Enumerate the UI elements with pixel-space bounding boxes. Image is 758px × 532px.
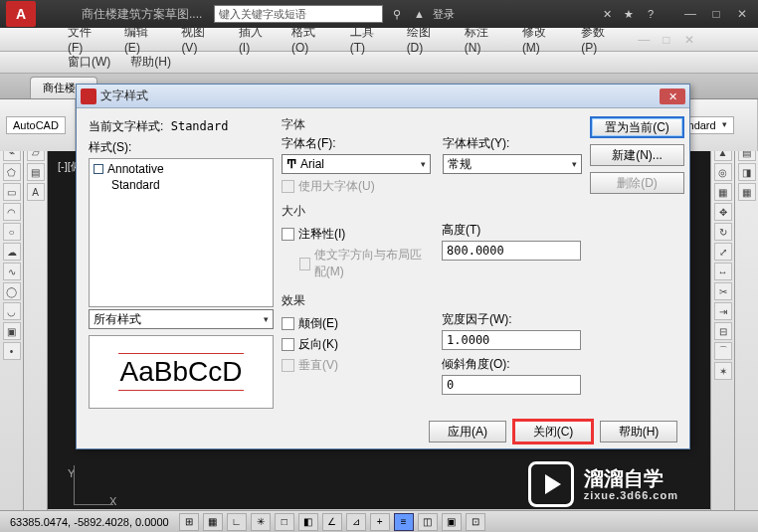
statusbar: 63385.0474, -5892.4028, 0.0000 ⊞ ▦ ∟ ✳ □…	[0, 510, 758, 532]
polygon-icon[interactable]: ⬠	[3, 163, 21, 181]
rectangle-icon[interactable]: ▭	[3, 183, 21, 201]
offset-icon[interactable]: ◎	[714, 163, 732, 181]
styles-listbox[interactable]: Annotative Standard	[89, 158, 274, 307]
doc-maximize-button[interactable]: □	[658, 32, 676, 48]
watermark: 溜溜自学 zixue.3d66.com	[528, 461, 678, 507]
block-icon[interactable]: ▣	[3, 322, 21, 340]
width-factor-input[interactable]: 1.0000	[442, 330, 581, 350]
help-button[interactable]: 帮助(H)	[600, 421, 677, 443]
point-icon[interactable]: •	[3, 342, 21, 360]
maximize-button[interactable]: □	[706, 6, 726, 22]
trim-icon[interactable]: ✂	[714, 282, 732, 300]
rotate-icon[interactable]: ↻	[714, 223, 732, 241]
annotative-checkbox[interactable]	[282, 228, 294, 241]
star-icon[interactable]: ★	[621, 6, 637, 22]
circle-icon[interactable]: ○	[3, 223, 21, 241]
menu-help[interactable]: 帮助(H)	[122, 52, 179, 73]
backwards-checkbox[interactable]	[282, 338, 294, 351]
exchange-icon[interactable]: ✕	[599, 6, 615, 22]
doc-minimize-button[interactable]: —	[635, 32, 654, 48]
login-label[interactable]: 登录	[433, 6, 455, 22]
menu-dimension[interactable]: 标注(N)	[457, 22, 510, 57]
menu-parametric[interactable]: 参数(P)	[573, 22, 627, 57]
menu-tools[interactable]: 工具(T)	[342, 22, 395, 57]
user-icon[interactable]: ▲	[411, 6, 427, 22]
tool-4-icon[interactable]: ◨	[738, 163, 756, 181]
match-orient-checkbox	[299, 258, 310, 270]
autocad-label: AutoCAD	[6, 116, 66, 134]
dialog-titlebar[interactable]: 文字样式 ✕	[77, 85, 689, 108]
array-icon[interactable]: ▦	[714, 183, 732, 201]
doc-close-button[interactable]: ✕	[679, 32, 698, 48]
move-icon[interactable]: ✥	[714, 203, 732, 221]
search-icon[interactable]: ⚲	[389, 6, 405, 22]
sc-button[interactable]: ⊡	[466, 513, 485, 531]
apply-button[interactable]: 应用(A)	[429, 421, 506, 443]
use-bigfont-checkbox	[282, 180, 294, 193]
ortho-button[interactable]: ∟	[227, 513, 247, 531]
scale-icon[interactable]: ⤢	[714, 243, 732, 261]
close-button[interactable]: ✕	[732, 6, 752, 22]
polar-button[interactable]: ✳	[251, 513, 271, 531]
tpy-button[interactable]: ◫	[418, 513, 438, 531]
stretch-icon[interactable]: ↔	[714, 263, 732, 280]
search-input[interactable]: 键入关键字或短语	[214, 5, 383, 23]
table-icon[interactable]: ▤	[27, 163, 45, 181]
vertical-checkbox	[282, 359, 294, 372]
menu-format[interactable]: 格式(O)	[284, 22, 338, 57]
set-current-button[interactable]: 置为当前(C)	[590, 116, 684, 138]
menu-modify[interactable]: 修改(M)	[514, 22, 569, 57]
snap-button[interactable]: ⊞	[179, 513, 199, 531]
height-input[interactable]: 800.0000	[442, 241, 581, 261]
help-icon[interactable]: ?	[643, 6, 659, 22]
upside-checkbox[interactable]	[282, 317, 294, 330]
3dosnap-button[interactable]: ◧	[298, 513, 318, 531]
list-item: Standard	[92, 177, 271, 193]
font-name-dropdown[interactable]: ͲArial▾	[282, 154, 431, 174]
vertical-label: 垂直(V)	[298, 357, 338, 374]
annotative-icon	[94, 164, 103, 174]
menu-view[interactable]: 视图(V)	[173, 22, 227, 57]
spline-icon[interactable]: ∿	[3, 263, 21, 280]
left-toolbar: ╱ ↗ ⌁ ⬠ ▭ ◠ ○ ☁ ∿ ◯ ◡ ▣ •	[0, 99, 24, 527]
document-title: 商住楼建筑方案草图....	[82, 6, 202, 23]
font-name-value: Arial	[300, 157, 324, 171]
mtext-icon[interactable]: A	[27, 183, 45, 201]
explode-icon[interactable]: ✶	[714, 362, 732, 380]
qp-button[interactable]: ▣	[442, 513, 462, 531]
arc-icon[interactable]: ◠	[3, 203, 21, 221]
height-label: 高度(T)	[442, 222, 582, 239]
otrack-button[interactable]: ∠	[322, 513, 342, 531]
osnap-button[interactable]: □	[275, 513, 294, 531]
backwards-label: 反向(K)	[298, 336, 338, 353]
list-item: Annotative	[92, 161, 271, 177]
minimize-button[interactable]: —	[680, 6, 700, 22]
grid-button[interactable]: ▦	[203, 513, 223, 531]
extend-icon[interactable]: ⇥	[714, 302, 732, 320]
close-dialog-button[interactable]: 关闭(C)	[514, 421, 592, 443]
font-style-dropdown[interactable]: 常规▾	[443, 154, 582, 174]
menu-window[interactable]: 窗口(W)	[60, 52, 118, 73]
menu-draw[interactable]: 绘图(D)	[399, 22, 453, 57]
ellipse-icon[interactable]: ◯	[3, 282, 21, 300]
fillet-icon[interactable]: ⌒	[714, 342, 732, 360]
current-style-label: 当前文字样式:	[89, 119, 163, 133]
ellipse-arc-icon[interactable]: ◡	[3, 302, 21, 320]
play-icon	[528, 461, 574, 507]
lwt-button[interactable]: ≡	[394, 513, 414, 531]
font-group-title: 字体	[282, 116, 582, 133]
truetype-icon: Ͳ	[286, 157, 296, 171]
tool-5-icon[interactable]: ▦	[738, 183, 756, 201]
style-filter-dropdown[interactable]: 所有样式▾	[89, 309, 274, 329]
dyn-button[interactable]: +	[370, 513, 390, 531]
oblique-input[interactable]: 0	[442, 375, 581, 395]
break-icon[interactable]: ⊟	[714, 322, 732, 340]
menu-insert[interactable]: 插入(I)	[231, 22, 280, 57]
new-button[interactable]: 新建(N)...	[590, 144, 684, 166]
revision-cloud-icon[interactable]: ☁	[3, 243, 21, 261]
app-logo-icon: A	[6, 1, 36, 27]
oblique-label: 倾斜角度(O):	[442, 356, 582, 373]
watermark-url: zixue.3d66.com	[584, 489, 678, 501]
dialog-close-button[interactable]: ✕	[660, 89, 685, 104]
ducs-button[interactable]: ⊿	[346, 513, 366, 531]
